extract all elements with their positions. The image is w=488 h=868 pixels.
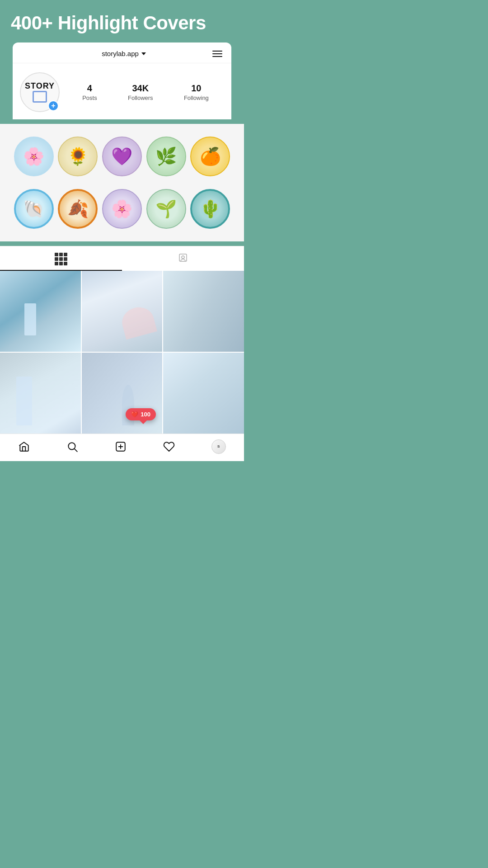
nav-profile[interactable]: S (204, 439, 233, 454)
highlights-section: 🌸 🌻 💜 🌿 🍊 🐚 🍂 🌸 (0, 124, 244, 241)
highlight-circle-10: 🌵 (190, 189, 230, 229)
like-notification: ❤️ 100 (126, 408, 156, 420)
tab-tagged[interactable] (122, 246, 244, 271)
add-icon (115, 441, 127, 453)
person-icon (178, 253, 188, 264)
posts-stat: 4 Posts (82, 83, 97, 101)
avatar-rect-decoration (33, 91, 47, 103)
add-story-button[interactable]: + (48, 100, 59, 111)
profile-thumb-text: S (217, 444, 220, 448)
highlights-row-2: 🐚 🍂 🌸 🌱 🌵 (5, 185, 239, 232)
nav-add[interactable] (108, 441, 134, 453)
heart-icon (163, 441, 175, 453)
highlight-circle-2: 🌻 (58, 137, 98, 176)
teal-divider (0, 241, 244, 246)
following-label: Following (184, 94, 209, 101)
highlight-circle-7: 🍂 (58, 189, 98, 229)
highlight-9[interactable]: 🌱 (146, 189, 186, 229)
highlight-1[interactable]: 🌸 (14, 137, 54, 176)
followers-label: Followers (128, 94, 153, 101)
bottom-section: ❤️ 100 (0, 246, 244, 433)
photo-grid: ❤️ 100 (0, 271, 244, 433)
hamburger-button[interactable] (212, 51, 222, 57)
instagram-card: storylab.app STORY + 4 (13, 42, 231, 119)
highlight-6[interactable]: 🐚 (14, 189, 54, 229)
profile-thumb: S (211, 439, 226, 454)
nav-heart[interactable] (156, 441, 182, 453)
highlights-row-1: 🌸 🌻 💜 🌿 🍊 (5, 133, 239, 180)
photo-cell-6[interactable] (163, 353, 244, 434)
following-stat[interactable]: 10 Following (184, 83, 209, 101)
home-icon (18, 441, 30, 453)
profile-stats: 4 Posts 34K Followers 10 Following (67, 83, 224, 101)
svg-rect-0 (179, 254, 187, 261)
profile-section: STORY + 4 Posts 34K Followers 10 Follow (13, 63, 231, 119)
highlight-circle-3: 💜 (102, 137, 142, 176)
followers-count: 34K (132, 83, 149, 94)
highlight-10[interactable]: 🌵 (190, 189, 230, 229)
search-icon (66, 441, 78, 453)
topbar: storylab.app (13, 42, 231, 63)
photo-cell-5[interactable]: ❤️ 100 (82, 353, 163, 434)
posts-count: 4 (87, 83, 92, 94)
bottom-nav: S (0, 434, 244, 461)
avatar-wrap: STORY + (20, 72, 60, 112)
photo-cell-3[interactable] (163, 271, 244, 352)
highlight-7[interactable]: 🍂 (58, 189, 98, 229)
highlight-circle-8: 🌸 (102, 189, 142, 229)
followers-stat[interactable]: 34K Followers (128, 83, 153, 101)
highlight-circle-6: 🐚 (14, 189, 54, 229)
svg-point-1 (182, 256, 184, 259)
highlight-4[interactable]: 🌿 (146, 137, 186, 176)
svg-line-3 (75, 448, 77, 451)
nav-home[interactable] (11, 441, 37, 453)
like-count: 100 (141, 411, 150, 418)
highlight-2[interactable]: 🌻 (58, 137, 98, 176)
nav-search[interactable] (59, 441, 85, 453)
teal-spacer (0, 119, 244, 124)
hero-title: 400+ Highlight Covers (0, 0, 244, 42)
photo-cell-4[interactable] (0, 353, 81, 434)
highlight-3[interactable]: 💜 (102, 137, 142, 176)
domain-bar[interactable]: storylab.app (102, 50, 146, 57)
heart-icon: ❤️ (131, 411, 138, 418)
avatar-text: STORY (25, 82, 55, 90)
highlight-circle-5: 🍊 (190, 137, 230, 176)
highlight-circle-1: 🌸 (14, 137, 54, 176)
posts-label: Posts (82, 94, 97, 101)
tab-grid[interactable] (0, 246, 122, 271)
domain-text: storylab.app (102, 50, 139, 57)
grid-icon (55, 253, 67, 265)
highlight-circle-9: 🌱 (146, 189, 186, 229)
highlight-5[interactable]: 🍊 (190, 137, 230, 176)
photo-cell-1[interactable] (0, 271, 81, 352)
avatar-inner: STORY (25, 82, 55, 103)
highlight-circle-4: 🌿 (146, 137, 186, 176)
highlight-8[interactable]: 🌸 (102, 189, 142, 229)
page-wrapper: 400+ Highlight Covers storylab.app STORY (0, 0, 244, 461)
following-count: 10 (191, 83, 201, 94)
photo-cell-2[interactable] (82, 271, 163, 352)
profile-tabs (0, 246, 244, 271)
chevron-down-icon (141, 52, 146, 55)
